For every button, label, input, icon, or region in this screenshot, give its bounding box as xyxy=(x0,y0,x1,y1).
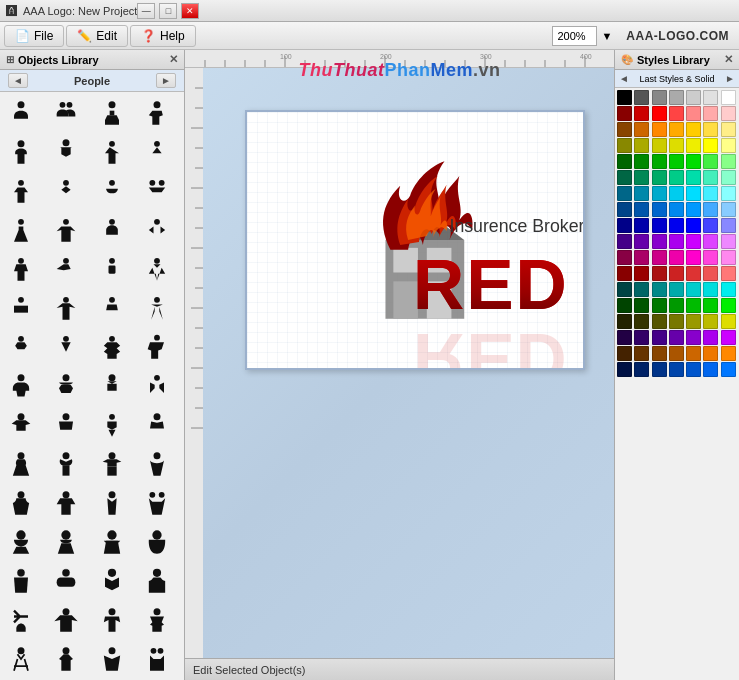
person-icon-40[interactable] xyxy=(138,445,176,483)
person-icon-9[interactable] xyxy=(2,172,40,210)
color-swatch-104[interactable] xyxy=(721,314,736,329)
person-icon-16[interactable] xyxy=(138,211,176,249)
person-icon-3[interactable] xyxy=(93,94,131,132)
color-swatch-116[interactable] xyxy=(686,346,701,361)
color-swatch-52[interactable] xyxy=(669,202,684,217)
person-icon-14[interactable] xyxy=(47,211,85,249)
zoom-dropdown-icon[interactable]: ▼ xyxy=(601,30,612,42)
person-icon-55[interactable] xyxy=(93,601,131,639)
color-swatch-102[interactable] xyxy=(686,314,701,329)
color-swatch-57[interactable] xyxy=(634,218,649,233)
color-swatch-98[interactable] xyxy=(617,314,632,329)
color-swatch-71[interactable] xyxy=(634,250,649,265)
person-icon-35[interactable] xyxy=(93,406,131,444)
person-icon-31[interactable] xyxy=(93,367,131,405)
color-swatch-20[interactable] xyxy=(721,122,736,137)
color-swatch-88[interactable] xyxy=(686,282,701,297)
person-icon-52[interactable] xyxy=(138,562,176,600)
color-swatch-18[interactable] xyxy=(686,122,701,137)
color-swatch-44[interactable] xyxy=(652,186,667,201)
color-swatch-122[interactable] xyxy=(669,362,684,377)
color-swatch-56[interactable] xyxy=(617,218,632,233)
color-swatch-62[interactable] xyxy=(721,218,736,233)
color-swatch-21[interactable] xyxy=(617,138,632,153)
person-icon-59[interactable] xyxy=(93,640,131,678)
styles-library-close[interactable]: ✕ xyxy=(724,53,733,66)
color-swatch-4[interactable] xyxy=(686,90,701,105)
person-icon-42[interactable] xyxy=(47,484,85,522)
color-swatch-93[interactable] xyxy=(652,298,667,313)
color-swatch-6[interactable] xyxy=(721,90,736,105)
person-icon-12[interactable] xyxy=(138,172,176,210)
color-swatch-33[interactable] xyxy=(703,154,718,169)
edit-menu[interactable]: ✏️ Edit xyxy=(66,25,128,47)
color-swatch-16[interactable] xyxy=(652,122,667,137)
color-swatch-36[interactable] xyxy=(634,170,649,185)
color-swatch-23[interactable] xyxy=(652,138,667,153)
person-icon-4[interactable] xyxy=(138,94,176,132)
color-swatch-28[interactable] xyxy=(617,154,632,169)
color-swatch-94[interactable] xyxy=(669,298,684,313)
category-next-button[interactable]: ► xyxy=(156,73,176,88)
color-swatch-67[interactable] xyxy=(686,234,701,249)
color-swatch-76[interactable] xyxy=(721,250,736,265)
color-swatch-105[interactable] xyxy=(617,330,632,345)
color-swatch-72[interactable] xyxy=(652,250,667,265)
person-icon-54[interactable] xyxy=(47,601,85,639)
person-icon-33[interactable] xyxy=(2,406,40,444)
color-swatch-5[interactable] xyxy=(703,90,718,105)
color-swatch-61[interactable] xyxy=(703,218,718,233)
color-swatch-12[interactable] xyxy=(703,106,718,121)
file-menu[interactable]: 📄 File xyxy=(4,25,64,47)
zoom-input[interactable] xyxy=(552,26,597,46)
color-swatch-78[interactable] xyxy=(634,266,649,281)
color-swatch-31[interactable] xyxy=(669,154,684,169)
color-swatch-123[interactable] xyxy=(686,362,701,377)
color-swatch-45[interactable] xyxy=(669,186,684,201)
person-icon-13[interactable] xyxy=(2,211,40,249)
person-icon-26[interactable] xyxy=(47,328,85,366)
color-swatch-70[interactable] xyxy=(617,250,632,265)
color-swatch-15[interactable] xyxy=(634,122,649,137)
color-swatch-86[interactable] xyxy=(652,282,667,297)
color-swatch-25[interactable] xyxy=(686,138,701,153)
person-icon-11[interactable] xyxy=(93,172,131,210)
color-swatch-66[interactable] xyxy=(669,234,684,249)
color-swatch-1[interactable] xyxy=(634,90,649,105)
color-swatch-37[interactable] xyxy=(652,170,667,185)
color-swatch-107[interactable] xyxy=(652,330,667,345)
color-swatch-10[interactable] xyxy=(669,106,684,121)
color-swatch-60[interactable] xyxy=(686,218,701,233)
person-icon-46[interactable] xyxy=(47,523,85,561)
color-swatch-48[interactable] xyxy=(721,186,736,201)
person-icon-25[interactable] xyxy=(2,328,40,366)
color-swatch-82[interactable] xyxy=(703,266,718,281)
person-icon-20[interactable] xyxy=(138,250,176,288)
person-icon-58[interactable] xyxy=(47,640,85,678)
color-swatch-47[interactable] xyxy=(703,186,718,201)
color-swatch-124[interactable] xyxy=(703,362,718,377)
color-swatch-65[interactable] xyxy=(652,234,667,249)
color-swatch-117[interactable] xyxy=(703,346,718,361)
color-swatch-50[interactable] xyxy=(634,202,649,217)
color-swatch-26[interactable] xyxy=(703,138,718,153)
color-swatch-109[interactable] xyxy=(686,330,701,345)
color-swatch-68[interactable] xyxy=(703,234,718,249)
color-swatch-54[interactable] xyxy=(703,202,718,217)
styles-next-button[interactable]: ► xyxy=(725,73,735,84)
person-icon-56[interactable] xyxy=(138,601,176,639)
close-button[interactable]: ✕ xyxy=(181,3,199,19)
color-swatch-83[interactable] xyxy=(721,266,736,281)
person-icon-48[interactable] xyxy=(138,523,176,561)
color-swatch-74[interactable] xyxy=(686,250,701,265)
person-icon-5[interactable] xyxy=(2,133,40,171)
color-swatch-115[interactable] xyxy=(669,346,684,361)
color-swatch-95[interactable] xyxy=(686,298,701,313)
person-icon-30[interactable] xyxy=(47,367,85,405)
color-swatch-73[interactable] xyxy=(669,250,684,265)
color-swatch-118[interactable] xyxy=(721,346,736,361)
color-swatch-19[interactable] xyxy=(703,122,718,137)
color-swatch-14[interactable] xyxy=(617,122,632,137)
color-swatch-119[interactable] xyxy=(617,362,632,377)
person-icon-21[interactable] xyxy=(2,289,40,327)
